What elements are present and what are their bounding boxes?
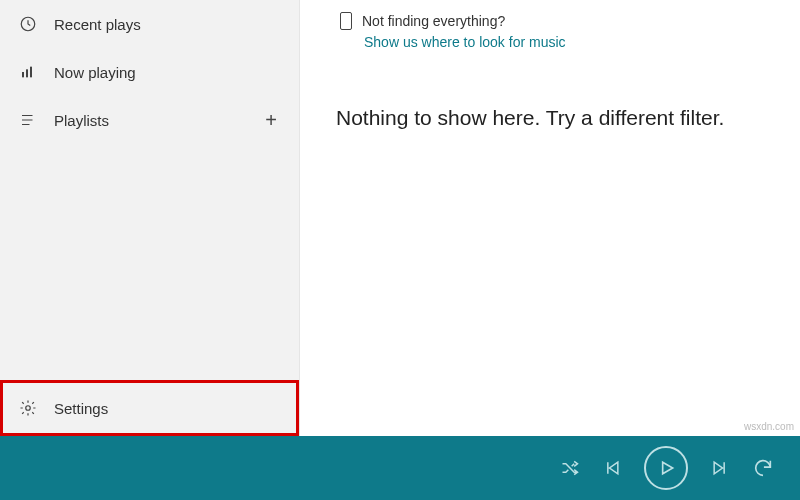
player-bar [0,436,800,500]
previous-track-button[interactable] [602,458,622,478]
shuffle-button[interactable] [560,458,580,478]
play-button[interactable] [644,446,688,490]
add-playlist-icon[interactable]: + [259,109,283,132]
playlist-icon [16,111,40,129]
sidebar-item-label: Now playing [54,64,283,81]
sidebar-item-label: Playlists [54,112,259,129]
repeat-button[interactable] [752,457,774,479]
sidebar-item-playlists[interactable]: Playlists + [0,96,299,144]
empty-state-message: Nothing to show here. Try a different fi… [336,106,800,130]
device-icon [340,12,352,30]
hint-title: Not finding everything? [362,13,505,29]
svg-rect-1 [22,72,24,77]
hint-title-row: Not finding everything? [340,12,800,30]
equalizer-icon [16,64,40,80]
sidebar-item-label: Settings [54,400,283,417]
music-location-hint: Not finding everything? Show us where to… [340,12,800,50]
sidebar: Recent plays Now playing Playlists + Set… [0,0,300,436]
svg-rect-3 [30,67,32,78]
svg-rect-2 [26,69,28,77]
watermark: wsxdn.com [744,421,794,432]
next-track-button[interactable] [710,458,730,478]
svg-point-4 [26,406,31,411]
clock-icon [16,15,40,33]
sidebar-item-recent-plays[interactable]: Recent plays [0,0,299,48]
show-music-location-link[interactable]: Show us where to look for music [364,34,800,50]
sidebar-spacer [0,144,299,380]
sidebar-item-label: Recent plays [54,16,283,33]
sidebar-item-now-playing[interactable]: Now playing [0,48,299,96]
gear-icon [16,399,40,417]
main-content: Not finding everything? Show us where to… [300,0,800,436]
sidebar-item-settings[interactable]: Settings [0,380,299,436]
